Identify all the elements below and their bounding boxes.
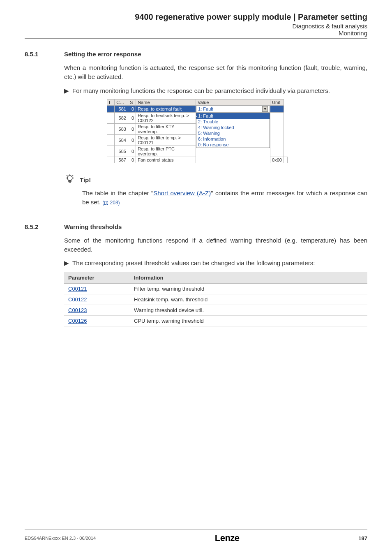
short-overview-link[interactable]: Short overview (A-Z) bbox=[153, 190, 211, 197]
dropdown-option[interactable]: 2: Trouble bbox=[196, 119, 270, 125]
dropdown-option[interactable]: 6: Information bbox=[196, 136, 270, 142]
cell-c: 582 bbox=[115, 113, 128, 124]
grid-header-value: Value bbox=[196, 99, 270, 106]
cell-name: Resp. to filter temp. > C00121 bbox=[136, 135, 196, 146]
cell-s: 0 bbox=[128, 157, 136, 163]
gui-screenshot: I C… S Name Value Unit 581 0 Resp. to ex… bbox=[107, 99, 367, 163]
chevron-down-icon[interactable]: ▼ bbox=[262, 106, 268, 112]
section-851-bullet: ▶ For many monitoring functions the resp… bbox=[64, 86, 367, 95]
grid-header-s: S bbox=[128, 99, 136, 106]
svg-line-7 bbox=[72, 175, 74, 176]
cell-s: 0 bbox=[128, 106, 136, 113]
cell-name: Resp. to filter KTY overtemp. bbox=[136, 124, 196, 135]
book-icon: 🕮 bbox=[104, 200, 108, 205]
cell-s: 0 bbox=[128, 146, 136, 157]
param-info: Warning threshold device util. bbox=[130, 305, 367, 316]
header-title: 9400 regenerative power supply module | … bbox=[25, 12, 367, 22]
cell-value: 0x00 bbox=[270, 157, 284, 163]
parameter-grid: I C… S Name Value Unit 581 0 Resp. to ex… bbox=[107, 99, 288, 163]
table-row: C00122 Heatsink temp. warn. threshold bbox=[64, 294, 367, 305]
page-header: 9400 regenerative power supply module | … bbox=[25, 12, 367, 39]
dropdown-option[interactable]: 4: Warning locked bbox=[196, 125, 270, 130]
table-row[interactable]: 582 0 Resp. to heatsink temp. > C00122 1… bbox=[107, 113, 288, 124]
cell-s: 0 bbox=[128, 124, 136, 135]
tip-body: The table in the chapter "Short overview… bbox=[82, 189, 367, 207]
section-852-heading: 8.5.2 Warning thresholds bbox=[25, 223, 367, 230]
param-link-c00122[interactable]: C00122 bbox=[68, 296, 87, 303]
svg-point-0 bbox=[67, 176, 72, 180]
cell-c: 587 bbox=[115, 157, 128, 163]
section-851-heading: 8.5.1 Setting the error response bbox=[25, 51, 367, 58]
section-title: Warning thresholds bbox=[64, 223, 122, 230]
section-852-para: Some of the monitoring functions respond… bbox=[64, 236, 367, 254]
section-852-bullet: ▶ The corresponding preset threshold val… bbox=[64, 259, 367, 268]
table-row: C00121 Filter temp. warning threshold bbox=[64, 284, 367, 294]
cell-c: 584 bbox=[115, 135, 128, 146]
grid-header-c: C… bbox=[115, 99, 128, 106]
param-link-c00126[interactable]: C00126 bbox=[68, 318, 87, 324]
section-number: 8.5.2 bbox=[25, 223, 64, 230]
value-dropdown-open[interactable]: 1: Fault ↖ 2: Trouble 4: Warning locked … bbox=[196, 113, 270, 148]
table-row: C00126 CPU temp. warning threshold bbox=[64, 316, 367, 326]
table-header-information: Information bbox=[130, 272, 367, 284]
dropdown-option[interactable]: 5: Warning bbox=[196, 130, 270, 136]
cell-c: 585 bbox=[115, 146, 128, 157]
triangle-bullet-icon: ▶ bbox=[64, 259, 72, 268]
cell-s: 0 bbox=[128, 135, 136, 146]
lenze-logo: Lenze bbox=[215, 533, 240, 543]
header-sub1: Diagnostics & fault analysis bbox=[25, 23, 367, 30]
page-number: 197 bbox=[358, 535, 367, 541]
mouse-cursor-icon: ↖ bbox=[194, 113, 268, 119]
param-info: Heatsink temp. warn. threshold bbox=[130, 294, 367, 305]
svg-rect-2 bbox=[69, 182, 71, 183]
page-reference[interactable]: (🕮 203) bbox=[102, 200, 120, 206]
grid-header-i: I bbox=[107, 99, 115, 106]
page-footer: EDS94ARNExxxx EN 2.3 · 06/2014 Lenze 197 bbox=[25, 529, 367, 543]
table-row: C00123 Warning threshold device util. bbox=[64, 305, 367, 316]
bullet-text: The corresponding preset threshold value… bbox=[72, 259, 367, 268]
cell-name: Resp. to heatsink temp. > C00122 bbox=[136, 113, 196, 124]
warning-threshold-table: Parameter Information C00121 Filter temp… bbox=[64, 272, 367, 326]
param-link-c00121[interactable]: C00121 bbox=[68, 286, 87, 292]
triangle-bullet-icon: ▶ bbox=[64, 86, 72, 95]
tip-label: Tip! bbox=[80, 176, 91, 183]
cell-s: 0 bbox=[128, 113, 136, 124]
value-dropdown-closed[interactable]: 1: Fault ▼ bbox=[196, 106, 270, 112]
cell-name: Resp. to external fault bbox=[136, 106, 196, 113]
param-link-c00123[interactable]: C00123 bbox=[68, 307, 87, 313]
tip-heading: Tip! bbox=[64, 173, 367, 186]
svg-line-6 bbox=[67, 175, 68, 176]
cell-name: Resp. to filter PTC overtemp. bbox=[136, 146, 196, 157]
grid-header-unit: Unit bbox=[270, 99, 284, 106]
dropdown-option[interactable]: 1: Fault ↖ bbox=[196, 113, 270, 119]
section-title: Setting the error response bbox=[64, 51, 141, 58]
page-ref-number: 203 bbox=[110, 200, 118, 206]
cell-name: Fan control status bbox=[136, 157, 196, 163]
cell-c: 581 bbox=[115, 106, 128, 113]
table-row[interactable]: 581 0 Resp. to external fault 1: Fault ▼ bbox=[107, 106, 288, 113]
tip-text-pre: The table in the chapter " bbox=[82, 190, 153, 197]
doc-id: EDS94ARNExxxx EN 2.3 · 06/2014 bbox=[25, 536, 96, 541]
dropdown-option[interactable]: 0: No response bbox=[196, 142, 270, 148]
param-info: Filter temp. warning threshold bbox=[130, 284, 367, 294]
param-info: CPU temp. warning threshold bbox=[130, 316, 367, 326]
cell-c: 583 bbox=[115, 124, 128, 135]
dropdown-selected: 1: Fault bbox=[198, 106, 213, 111]
header-sub2: Monitoring bbox=[25, 30, 367, 37]
bullet-text: For many monitoring functions the respon… bbox=[72, 86, 367, 95]
table-header-parameter: Parameter bbox=[64, 272, 130, 284]
section-851-para: When a monitoring function is actuated, … bbox=[64, 63, 367, 81]
grid-header-name: Name bbox=[136, 99, 196, 106]
section-number: 8.5.1 bbox=[25, 51, 64, 58]
lightbulb-tip-icon bbox=[64, 173, 76, 186]
